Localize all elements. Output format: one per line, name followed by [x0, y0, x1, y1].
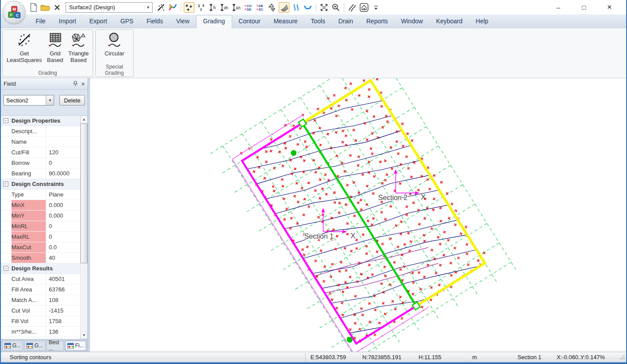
zoom-extents-icon[interactable]	[319, 2, 329, 13]
menu-tab-contour[interactable]: Contour	[232, 15, 267, 28]
new-document-icon[interactable]	[28, 2, 39, 13]
pin-icon[interactable]	[73, 81, 78, 87]
show-triangles-icon[interactable]	[267, 2, 277, 13]
collapse-icon[interactable]: −	[4, 182, 8, 186]
property-value[interactable]: 40501	[46, 274, 80, 284]
show-descriptions-icon[interactable]: DESC	[255, 2, 266, 13]
site-plan-svg[interactable]: Section 1 X Section 2 X	[90, 78, 626, 352]
colored-profile-icon[interactable]	[168, 2, 178, 13]
resize-grip[interactable]	[620, 355, 625, 360]
point-numbers-icon[interactable]: 123	[196, 2, 206, 13]
property-value[interactable]: 0	[46, 158, 80, 168]
toolbar-overflow-icon[interactable]	[371, 2, 381, 13]
status-section: Section 1	[518, 354, 541, 360]
design-heights-icon[interactable]: Δh	[231, 2, 242, 13]
property-group-header[interactable]: −Design Properties	[1, 116, 80, 126]
property-value[interactable]: 0.0	[46, 242, 80, 252]
menu-tab-tools[interactable]: Tools	[304, 15, 332, 28]
surface-selector[interactable]: Surface2 (Design)▼	[66, 2, 153, 13]
property-value[interactable]: 120	[46, 147, 80, 157]
maximize-button[interactable]: □	[574, 2, 594, 13]
show-codes-icon[interactable]: CODE	[243, 2, 254, 13]
drawing-tab[interactable]: G...	[24, 341, 45, 351]
menu-tab-help[interactable]: Help	[469, 15, 495, 28]
property-value[interactable]	[46, 137, 80, 147]
close-drawing-icon[interactable]	[52, 2, 62, 13]
button-label: Grid	[50, 50, 61, 57]
panel-close-icon[interactable]: ×	[81, 81, 85, 87]
menu-tab-view[interactable]: View	[170, 15, 196, 28]
collapse-icon[interactable]: −	[4, 266, 8, 271]
group-header-label: Design Properties	[11, 117, 60, 124]
grading-point[interactable]	[290, 149, 298, 157]
menu-tab-window[interactable]: Window	[394, 15, 430, 28]
drawing-tab[interactable]: Best ...	[47, 341, 64, 351]
toolbar-separator	[344, 3, 344, 12]
property-group-header[interactable]: −Design Results	[1, 263, 80, 274]
property-grid-scrollbar[interactable]: ▲ ▼	[80, 116, 87, 339]
show-points-icon[interactable]	[184, 2, 194, 13]
ribbon-group-special-grading: Circular Special Grading	[95, 29, 134, 77]
menu-tab-grading[interactable]: Grading	[196, 15, 232, 28]
property-value[interactable]: Plane	[46, 189, 80, 200]
show-contours-icon[interactable]	[279, 2, 289, 13]
menu-tab-gps[interactable]: GPS	[114, 15, 140, 28]
property-value[interactable]: 40	[46, 253, 80, 263]
flow-lines-icon[interactable]	[291, 2, 301, 13]
drawing-canvas[interactable]: Section 1 X Section 2 X	[90, 78, 626, 352]
cut-boundary[interactable]	[302, 80, 485, 306]
menu-tab-measure[interactable]: Measure	[267, 15, 304, 28]
drawing-tab[interactable]: G...	[2, 341, 23, 351]
section-selector-value: Section2	[4, 97, 46, 104]
scrollbar-thumb[interactable]	[80, 124, 87, 263]
property-value[interactable]: 1758	[46, 316, 80, 326]
minimize-button[interactable]: –	[549, 2, 568, 13]
menu-tab-file[interactable]: File	[29, 15, 52, 28]
delta-heights-icon[interactable]: dh	[219, 2, 230, 13]
slope-hatch-icon[interactable]	[347, 2, 357, 13]
property-value[interactable]: 0.000	[46, 211, 80, 221]
dropdown-arrow-icon[interactable]: ▼	[46, 95, 54, 105]
property-value[interactable]: 90.0000	[46, 168, 80, 178]
drawing-tab[interactable]: Fi...	[65, 341, 86, 351]
property-value[interactable]: 0	[46, 221, 80, 231]
menu-tab-drain[interactable]: Drain	[332, 15, 360, 28]
dropdown-arrow-icon[interactable]: ▼	[145, 5, 151, 10]
row-gutter	[1, 147, 11, 157]
triangle-based-button[interactable]: Triangle Based	[67, 31, 90, 64]
property-value[interactable]	[46, 126, 80, 136]
menu-tab-reports[interactable]: Reports	[360, 15, 394, 28]
property-group-header[interactable]: −Design Constraints	[1, 179, 80, 189]
menu-tab-export[interactable]: Export	[83, 15, 113, 28]
button-label: Get	[20, 50, 29, 57]
close-button[interactable]: ×	[600, 2, 619, 13]
menu-tab-import[interactable]: Import	[52, 15, 83, 28]
scroll-up-icon[interactable]: ▲	[80, 116, 87, 123]
point-heights-icon[interactable]: h	[208, 2, 218, 13]
circular-button[interactable]: Circular	[98, 31, 131, 57]
home-view-icon[interactable]	[359, 2, 369, 13]
menu-tab-fields[interactable]: Fields	[140, 15, 169, 28]
property-row: MaxCut0.0	[1, 242, 80, 253]
delete-button[interactable]: Delete	[59, 95, 85, 106]
app-logo-button[interactable]: M F C	[3, 1, 26, 24]
application-window: M F C Surface2 (Design)▼123hdhΔhCODEDESC…	[0, 0, 627, 364]
get-leastsquares-button[interactable]: Get LeastSquares	[5, 31, 43, 64]
property-value[interactable]: 0.000	[46, 200, 80, 210]
section-line[interactable]	[302, 123, 417, 306]
swale-icon[interactable]	[303, 2, 313, 13]
property-value[interactable]: 108	[46, 295, 80, 305]
section-selector[interactable]: Section2 ▼	[4, 95, 54, 106]
open-folder-icon[interactable]	[40, 2, 51, 13]
row-gutter	[1, 189, 11, 200]
property-value[interactable]: -1415	[46, 306, 80, 316]
property-value[interactable]: 63766	[46, 284, 80, 295]
menu-tab-keyboard[interactable]: Keyboard	[430, 15, 469, 28]
grid-based-button[interactable]: Grid Based	[45, 31, 65, 64]
breakline-points-icon[interactable]	[156, 2, 166, 13]
scroll-down-icon[interactable]: ▼	[80, 331, 87, 339]
property-value[interactable]: 136	[46, 327, 80, 337]
property-value[interactable]: 0	[46, 232, 80, 242]
collapse-icon[interactable]: −	[4, 118, 8, 123]
zoom-window-icon[interactable]	[331, 2, 341, 13]
